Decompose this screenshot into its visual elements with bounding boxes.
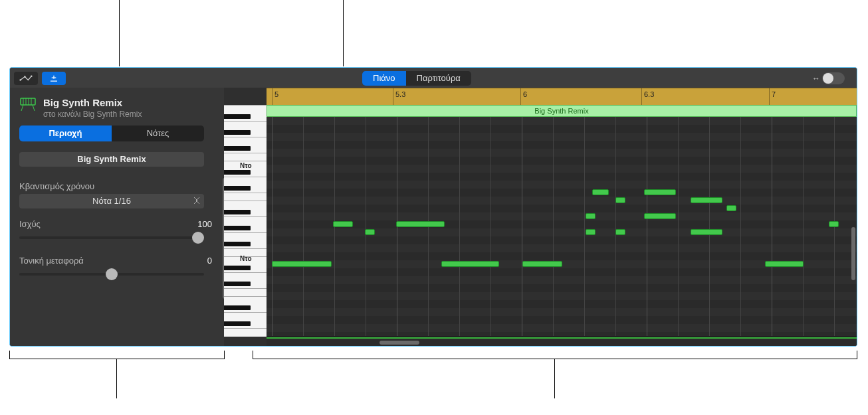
black-key[interactable] [224, 114, 251, 119]
horizontal-scrollbar[interactable] [380, 341, 419, 345]
black-key[interactable] [224, 282, 251, 286]
midi-note[interactable] [272, 261, 332, 267]
midi-note[interactable] [644, 213, 676, 219]
midi-note[interactable] [691, 229, 722, 235]
midi-note[interactable] [644, 189, 676, 195]
black-key[interactable] [224, 146, 251, 151]
tab-piano[interactable]: Πιάνο [362, 71, 406, 86]
automation-icon [19, 74, 33, 83]
note-grid[interactable] [267, 117, 857, 337]
midi-note[interactable] [691, 197, 722, 203]
midi-note[interactable] [765, 261, 804, 267]
transpose-value: 0 [207, 256, 212, 266]
automation-tool-button[interactable] [14, 72, 38, 85]
time-ruler[interactable]: 55.366.37 [267, 88, 857, 106]
zoom-switch[interactable] [822, 72, 845, 84]
svg-line-8 [21, 105, 23, 111]
midi-note[interactable] [615, 229, 625, 235]
region-name-field[interactable]: Big Synth Remix [19, 152, 204, 167]
piano-roll-editor: Πιάνο Παρτιτούρα ↔ Big Synth Remix στο κ… [9, 67, 857, 347]
svg-point-2 [31, 75, 33, 77]
velocity-strip[interactable] [267, 336, 857, 346]
black-key[interactable] [224, 321, 251, 326]
midi-note[interactable] [586, 213, 596, 219]
black-key[interactable] [224, 242, 251, 246]
transpose-slider[interactable] [19, 268, 204, 280]
ruler-tick: 7 [769, 88, 776, 106]
black-key[interactable] [224, 186, 251, 191]
track-subtitle: στο κανάλι Big Synth Remix [43, 110, 142, 119]
black-key[interactable] [224, 170, 251, 175]
ruler-tick: 6.3 [641, 88, 654, 106]
svg-rect-3 [21, 98, 35, 105]
piano-keyboard[interactable]: ΝτοΝτο [224, 105, 267, 337]
black-key[interactable] [224, 266, 251, 270]
vertical-scrollbar[interactable] [851, 227, 855, 280]
strength-value: 100 [197, 219, 212, 229]
key-label: Ντο [240, 255, 252, 262]
ruler-tick: 5.3 [393, 88, 405, 106]
callout-line [343, 0, 344, 66]
ruler-tick: 5 [272, 88, 278, 106]
catch-icon [47, 74, 60, 83]
midi-note[interactable] [522, 261, 562, 267]
black-key[interactable] [224, 305, 251, 310]
instrument-icon [19, 97, 37, 112]
midi-note[interactable] [615, 197, 625, 203]
svg-point-1 [24, 76, 26, 78]
horizontal-zoom[interactable]: ↔ [812, 72, 845, 84]
view-mode-segmented[interactable]: Πιάνο Παρτιτούρα [362, 71, 471, 86]
zoom-arrows-icon: ↔ [812, 74, 818, 83]
strength-slider[interactable] [19, 232, 204, 244]
midi-note[interactable] [592, 189, 609, 195]
key-label: Ντο [240, 162, 252, 169]
transpose-label: Τονική μεταφορά [19, 256, 84, 266]
strength-label: Iσχύς [19, 219, 41, 229]
tab-score[interactable]: Παρτιτούρα [406, 71, 471, 86]
inspector-mode-segmented[interactable]: Περιοχή Νότες [19, 125, 204, 141]
velocity-line [267, 337, 857, 339]
time-quantize-label: Κβαντισμός χρόνου [19, 181, 217, 191]
black-key[interactable] [224, 130, 251, 135]
tab-notes[interactable]: Νότες [112, 125, 204, 141]
track-title: Big Synth Remix [43, 97, 142, 108]
ruler-tick: 6 [520, 88, 527, 106]
editor-toolbar: Πιάνο Παρτιτούρα ↔ [10, 68, 857, 88]
black-key[interactable] [224, 226, 251, 230]
region-inspector: Big Synth Remix στο κανάλι Big Synth Rem… [10, 88, 224, 346]
callout-line [554, 359, 555, 398]
midi-note[interactable] [726, 205, 736, 211]
midi-note[interactable] [586, 229, 596, 235]
piano-roll: 55.366.37 Big Synth Remix ΝτοΝτο [224, 88, 857, 346]
midi-note[interactable] [365, 229, 375, 235]
midi-note[interactable] [333, 221, 353, 227]
svg-point-0 [19, 79, 21, 81]
svg-line-9 [33, 105, 35, 111]
callout-bracket [253, 351, 857, 359]
time-quantize-select[interactable]: Νότα 1/16 [19, 194, 204, 208]
callout-line [119, 0, 120, 66]
callout-line [116, 359, 117, 398]
region-header-bar[interactable]: Big Synth Remix [267, 105, 857, 117]
callout-bracket [9, 351, 225, 359]
black-key[interactable] [224, 210, 251, 214]
midi-note[interactable] [829, 221, 839, 227]
track-header: Big Synth Remix στο κανάλι Big Synth Rem… [19, 97, 217, 119]
tab-region[interactable]: Περιοχή [19, 125, 112, 141]
catch-tool-button[interactable] [42, 72, 66, 85]
midi-note[interactable] [441, 261, 499, 267]
midi-note[interactable] [396, 221, 445, 227]
